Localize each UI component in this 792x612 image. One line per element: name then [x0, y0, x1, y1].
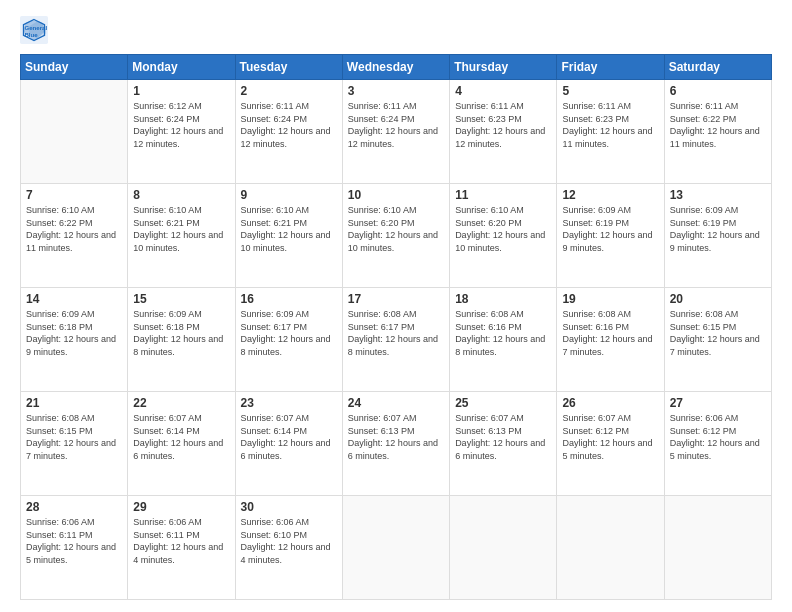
- week-row-2: 7Sunrise: 6:10 AMSunset: 6:22 PMDaylight…: [21, 184, 772, 288]
- day-info: Sunrise: 6:07 AMSunset: 6:12 PMDaylight:…: [562, 412, 658, 462]
- calendar-cell-3-3: 16Sunrise: 6:09 AMSunset: 6:17 PMDayligh…: [235, 288, 342, 392]
- day-number: 21: [26, 396, 122, 410]
- day-info: Sunrise: 6:06 AMSunset: 6:11 PMDaylight:…: [26, 516, 122, 566]
- week-row-4: 21Sunrise: 6:08 AMSunset: 6:15 PMDayligh…: [21, 392, 772, 496]
- svg-text:General: General: [24, 24, 47, 31]
- day-info: Sunrise: 6:09 AMSunset: 6:19 PMDaylight:…: [562, 204, 658, 254]
- weekday-header-sunday: Sunday: [21, 55, 128, 80]
- weekday-header-tuesday: Tuesday: [235, 55, 342, 80]
- day-info: Sunrise: 6:07 AMSunset: 6:14 PMDaylight:…: [133, 412, 229, 462]
- calendar-cell-3-4: 17Sunrise: 6:08 AMSunset: 6:17 PMDayligh…: [342, 288, 449, 392]
- day-number: 2: [241, 84, 337, 98]
- day-info: Sunrise: 6:06 AMSunset: 6:12 PMDaylight:…: [670, 412, 766, 462]
- calendar-cell-5-2: 29Sunrise: 6:06 AMSunset: 6:11 PMDayligh…: [128, 496, 235, 600]
- day-info: Sunrise: 6:09 AMSunset: 6:18 PMDaylight:…: [133, 308, 229, 358]
- calendar-cell-5-1: 28Sunrise: 6:06 AMSunset: 6:11 PMDayligh…: [21, 496, 128, 600]
- weekday-header-row: SundayMondayTuesdayWednesdayThursdayFrid…: [21, 55, 772, 80]
- day-info: Sunrise: 6:09 AMSunset: 6:19 PMDaylight:…: [670, 204, 766, 254]
- day-number: 6: [670, 84, 766, 98]
- day-info: Sunrise: 6:07 AMSunset: 6:13 PMDaylight:…: [348, 412, 444, 462]
- calendar-cell-2-3: 9Sunrise: 6:10 AMSunset: 6:21 PMDaylight…: [235, 184, 342, 288]
- day-number: 16: [241, 292, 337, 306]
- calendar-cell-4-1: 21Sunrise: 6:08 AMSunset: 6:15 PMDayligh…: [21, 392, 128, 496]
- calendar-cell-1-2: 1Sunrise: 6:12 AMSunset: 6:24 PMDaylight…: [128, 80, 235, 184]
- day-info: Sunrise: 6:10 AMSunset: 6:20 PMDaylight:…: [348, 204, 444, 254]
- day-number: 29: [133, 500, 229, 514]
- header: General Blue: [20, 16, 772, 44]
- day-info: Sunrise: 6:09 AMSunset: 6:17 PMDaylight:…: [241, 308, 337, 358]
- day-number: 8: [133, 188, 229, 202]
- calendar-cell-1-6: 5Sunrise: 6:11 AMSunset: 6:23 PMDaylight…: [557, 80, 664, 184]
- day-number: 13: [670, 188, 766, 202]
- day-number: 24: [348, 396, 444, 410]
- calendar-cell-4-6: 26Sunrise: 6:07 AMSunset: 6:12 PMDayligh…: [557, 392, 664, 496]
- day-number: 14: [26, 292, 122, 306]
- calendar-cell-4-7: 27Sunrise: 6:06 AMSunset: 6:12 PMDayligh…: [664, 392, 771, 496]
- day-number: 26: [562, 396, 658, 410]
- day-info: Sunrise: 6:08 AMSunset: 6:15 PMDaylight:…: [670, 308, 766, 358]
- calendar-cell-5-3: 30Sunrise: 6:06 AMSunset: 6:10 PMDayligh…: [235, 496, 342, 600]
- day-number: 27: [670, 396, 766, 410]
- weekday-header-wednesday: Wednesday: [342, 55, 449, 80]
- calendar-cell-1-7: 6Sunrise: 6:11 AMSunset: 6:22 PMDaylight…: [664, 80, 771, 184]
- week-row-1: 1Sunrise: 6:12 AMSunset: 6:24 PMDaylight…: [21, 80, 772, 184]
- calendar-cell-3-1: 14Sunrise: 6:09 AMSunset: 6:18 PMDayligh…: [21, 288, 128, 392]
- weekday-header-saturday: Saturday: [664, 55, 771, 80]
- logo: General Blue: [20, 16, 52, 44]
- calendar-cell-4-5: 25Sunrise: 6:07 AMSunset: 6:13 PMDayligh…: [450, 392, 557, 496]
- day-number: 17: [348, 292, 444, 306]
- week-row-5: 28Sunrise: 6:06 AMSunset: 6:11 PMDayligh…: [21, 496, 772, 600]
- day-number: 19: [562, 292, 658, 306]
- day-info: Sunrise: 6:06 AMSunset: 6:11 PMDaylight:…: [133, 516, 229, 566]
- calendar-cell-4-3: 23Sunrise: 6:07 AMSunset: 6:14 PMDayligh…: [235, 392, 342, 496]
- logo-icon: General Blue: [20, 16, 48, 44]
- weekday-header-monday: Monday: [128, 55, 235, 80]
- day-number: 5: [562, 84, 658, 98]
- day-info: Sunrise: 6:11 AMSunset: 6:22 PMDaylight:…: [670, 100, 766, 150]
- day-number: 22: [133, 396, 229, 410]
- calendar-cell-2-5: 11Sunrise: 6:10 AMSunset: 6:20 PMDayligh…: [450, 184, 557, 288]
- week-row-3: 14Sunrise: 6:09 AMSunset: 6:18 PMDayligh…: [21, 288, 772, 392]
- day-number: 15: [133, 292, 229, 306]
- calendar-cell-5-5: [450, 496, 557, 600]
- day-number: 28: [26, 500, 122, 514]
- calendar-cell-2-4: 10Sunrise: 6:10 AMSunset: 6:20 PMDayligh…: [342, 184, 449, 288]
- day-info: Sunrise: 6:11 AMSunset: 6:23 PMDaylight:…: [455, 100, 551, 150]
- weekday-header-thursday: Thursday: [450, 55, 557, 80]
- day-number: 4: [455, 84, 551, 98]
- day-info: Sunrise: 6:08 AMSunset: 6:15 PMDaylight:…: [26, 412, 122, 462]
- day-info: Sunrise: 6:08 AMSunset: 6:16 PMDaylight:…: [455, 308, 551, 358]
- calendar-cell-1-3: 2Sunrise: 6:11 AMSunset: 6:24 PMDaylight…: [235, 80, 342, 184]
- day-info: Sunrise: 6:06 AMSunset: 6:10 PMDaylight:…: [241, 516, 337, 566]
- day-info: Sunrise: 6:08 AMSunset: 6:17 PMDaylight:…: [348, 308, 444, 358]
- calendar-cell-5-6: [557, 496, 664, 600]
- day-number: 23: [241, 396, 337, 410]
- day-info: Sunrise: 6:12 AMSunset: 6:24 PMDaylight:…: [133, 100, 229, 150]
- calendar-table: SundayMondayTuesdayWednesdayThursdayFrid…: [20, 54, 772, 600]
- calendar-cell-3-5: 18Sunrise: 6:08 AMSunset: 6:16 PMDayligh…: [450, 288, 557, 392]
- calendar-cell-4-2: 22Sunrise: 6:07 AMSunset: 6:14 PMDayligh…: [128, 392, 235, 496]
- calendar-cell-2-2: 8Sunrise: 6:10 AMSunset: 6:21 PMDaylight…: [128, 184, 235, 288]
- day-info: Sunrise: 6:08 AMSunset: 6:16 PMDaylight:…: [562, 308, 658, 358]
- calendar-cell-1-4: 3Sunrise: 6:11 AMSunset: 6:24 PMDaylight…: [342, 80, 449, 184]
- svg-text:Blue: Blue: [24, 31, 38, 38]
- day-number: 9: [241, 188, 337, 202]
- day-info: Sunrise: 6:10 AMSunset: 6:21 PMDaylight:…: [133, 204, 229, 254]
- calendar-cell-2-7: 13Sunrise: 6:09 AMSunset: 6:19 PMDayligh…: [664, 184, 771, 288]
- day-number: 12: [562, 188, 658, 202]
- weekday-header-friday: Friday: [557, 55, 664, 80]
- day-number: 20: [670, 292, 766, 306]
- day-number: 11: [455, 188, 551, 202]
- day-info: Sunrise: 6:11 AMSunset: 6:24 PMDaylight:…: [241, 100, 337, 150]
- day-info: Sunrise: 6:10 AMSunset: 6:20 PMDaylight:…: [455, 204, 551, 254]
- day-info: Sunrise: 6:07 AMSunset: 6:13 PMDaylight:…: [455, 412, 551, 462]
- calendar-cell-2-1: 7Sunrise: 6:10 AMSunset: 6:22 PMDaylight…: [21, 184, 128, 288]
- calendar-cell-1-1: [21, 80, 128, 184]
- day-info: Sunrise: 6:11 AMSunset: 6:24 PMDaylight:…: [348, 100, 444, 150]
- calendar-cell-5-7: [664, 496, 771, 600]
- page: General Blue SundayMondayTuesdayWednesda…: [0, 0, 792, 612]
- day-number: 3: [348, 84, 444, 98]
- day-info: Sunrise: 6:11 AMSunset: 6:23 PMDaylight:…: [562, 100, 658, 150]
- calendar-cell-2-6: 12Sunrise: 6:09 AMSunset: 6:19 PMDayligh…: [557, 184, 664, 288]
- day-number: 25: [455, 396, 551, 410]
